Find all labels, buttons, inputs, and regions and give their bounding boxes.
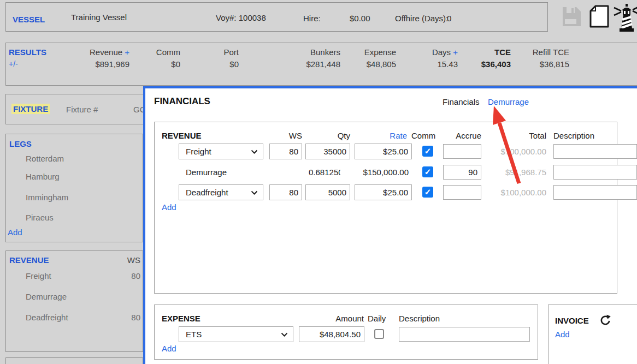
lighthouse-icon[interactable]: [613, 3, 637, 33]
col-value: $281,448: [275, 59, 340, 69]
total-freight: $700,000.00: [471, 144, 546, 159]
results-bar: RESULTS +/- Revenue + $891,969 Comm $0 P…: [5, 43, 637, 86]
col-label: Refill TCE: [498, 47, 569, 57]
expense-description-input[interactable]: [399, 327, 530, 342]
daily-checkbox[interactable]: [374, 329, 384, 339]
sidebar-revenue-item-deadfreight[interactable]: Deadfreight: [26, 313, 68, 322]
expense-table: EXPENSE Amount Daily Description ETS Add: [154, 305, 538, 360]
rate-input-deadfreight[interactable]: [355, 184, 412, 200]
legs-panel: LEGS Rotterdam Hamburg Immingham Piraeus…: [5, 134, 143, 242]
total-deadfreight: $100,000.00: [471, 184, 546, 200]
description-input-demurrage[interactable]: [553, 165, 637, 180]
results-col-days: Days + 15.43: [398, 47, 458, 69]
col-value: $48,805: [336, 59, 396, 69]
revenue-type-demurrage: Demurrage: [186, 164, 227, 180]
results-col-refill-tce: Refill TCE $36,815: [498, 47, 569, 69]
revenue-type-select-freight[interactable]: Freight: [179, 144, 263, 159]
voyage-number: Voy#: 100038: [216, 13, 266, 22]
header-rate-link[interactable]: Rate: [355, 131, 407, 140]
revenue-sidebar-panel: REVENUE WS Freight 80 Demurrage Deadfrei…: [5, 250, 143, 352]
results-section-label[interactable]: RESULTS: [9, 47, 46, 57]
invoice-add-link[interactable]: Add: [555, 330, 570, 339]
qty-input-deadfreight[interactable]: [305, 184, 350, 200]
leg-item-piraeus[interactable]: Piraeus: [26, 213, 54, 222]
col-value: $36,815: [498, 59, 569, 69]
col-value: $891,969: [53, 59, 129, 69]
financials-panel: FINANCIALS Financials Demurrage REVENUE …: [143, 86, 637, 364]
header-qty: Qty: [305, 131, 350, 140]
financials-title: FINANCIALS: [154, 96, 210, 107]
sidebar-revenue-ws-deadfreight: 80: [104, 313, 140, 322]
sidebar-revenue-ws-freight: 80: [104, 271, 140, 281]
results-expand-toggle[interactable]: +/-: [9, 59, 18, 68]
sidebar-revenue-item-demurrage[interactable]: Demurrage: [26, 292, 67, 301]
invoice-panel: INVOICE Add: [548, 305, 637, 364]
col-label: Comm: [126, 47, 180, 57]
vessel-section-label[interactable]: VESSEL: [13, 15, 45, 24]
rate-input-freight[interactable]: [355, 144, 412, 159]
offhire-value: 0: [447, 14, 451, 23]
vessel-bar: VESSEL Training Vessel Voy#: 100038 Hire…: [5, 2, 548, 32]
new-document-icon[interactable]: [589, 4, 610, 28]
revenue-section-label[interactable]: REVENUE: [9, 255, 49, 265]
header-ws: WS: [269, 131, 302, 140]
results-col-comm: Comm $0: [126, 47, 180, 69]
qty-demurrage: 0.681250: [309, 164, 340, 180]
leg-item-hamburg[interactable]: Hamburg: [26, 172, 60, 181]
col-value: $0: [126, 59, 180, 69]
legs-section-label[interactable]: LEGS: [9, 139, 32, 148]
select-value: ETS: [186, 330, 202, 339]
sidebar-partial-panel: [5, 357, 143, 364]
col-label: Days: [432, 47, 451, 57]
tab-demurrage[interactable]: Demurrage: [488, 97, 529, 106]
col-label: Bunkers: [275, 47, 340, 57]
fixture-number-label: Fixture #: [66, 105, 98, 114]
results-col-port: Port $0: [184, 47, 239, 69]
header-amount: Amount: [309, 314, 364, 323]
expense-type-select[interactable]: ETS: [179, 326, 293, 342]
col-value: 15.43: [398, 59, 458, 69]
comm-checkbox-deadfreight[interactable]: [422, 187, 433, 198]
tab-financials[interactable]: Financials: [443, 97, 480, 106]
select-value: Deadfreight: [186, 188, 228, 197]
results-col-expense: Expense $48,805: [336, 47, 396, 69]
revenue-table: REVENUE WS Qty Rate Comm Accrue Total De…: [154, 122, 617, 294]
results-col-bunkers: Bunkers $281,448: [275, 47, 340, 69]
header-total: Total: [482, 131, 546, 140]
col-label: Expense: [336, 47, 396, 57]
hire-label: Hire:: [303, 14, 321, 23]
header-expense-description: Description: [399, 314, 440, 323]
legs-add-link[interactable]: Add: [8, 228, 22, 237]
hire-value: $0.00: [350, 14, 370, 23]
ws-column-header: WS: [104, 255, 140, 265]
fixture-section-label[interactable]: FIXTURE: [11, 104, 50, 114]
comm-checkbox-freight[interactable]: [422, 146, 433, 157]
ws-input-deadfreight[interactable]: [269, 184, 302, 200]
revenue-add-link[interactable]: Add: [162, 202, 176, 212]
save-icon[interactable]: [561, 5, 582, 27]
voyage-estimator-screen: VESSEL Training Vessel Voy#: 100038 Hire…: [0, 0, 637, 364]
description-input-freight[interactable]: [553, 144, 637, 159]
header-daily: Daily: [368, 314, 386, 323]
header-description: Description: [553, 131, 594, 140]
leg-item-immingham[interactable]: Immingham: [26, 193, 68, 202]
expense-table-title: EXPENSE: [162, 314, 200, 323]
revenue-table-title: REVENUE: [162, 131, 202, 140]
comm-checkbox-demurrage[interactable]: [422, 166, 433, 177]
offhire-label: Offhire (Days):: [395, 14, 448, 23]
amount-input[interactable]: [299, 326, 364, 342]
description-input-deadfreight[interactable]: [553, 185, 637, 200]
revenue-type-select-deadfreight[interactable]: Deadfreight: [179, 184, 263, 200]
qty-input-freight[interactable]: [305, 144, 350, 159]
select-value: Freight: [186, 147, 211, 156]
chevron-down-icon: [281, 332, 288, 337]
chevron-down-icon: [251, 150, 258, 154]
refresh-icon[interactable]: [599, 314, 611, 326]
ws-input-freight[interactable]: [269, 144, 302, 159]
sidebar-revenue-item-freight[interactable]: Freight: [26, 271, 51, 281]
leg-item-rotterdam[interactable]: Rotterdam: [26, 154, 64, 163]
chevron-down-icon: [251, 190, 258, 195]
rate-demurrage: $150,000.00: [340, 164, 409, 180]
total-demurrage: $91,968.75: [471, 164, 546, 180]
expense-add-link[interactable]: Add: [162, 344, 176, 353]
